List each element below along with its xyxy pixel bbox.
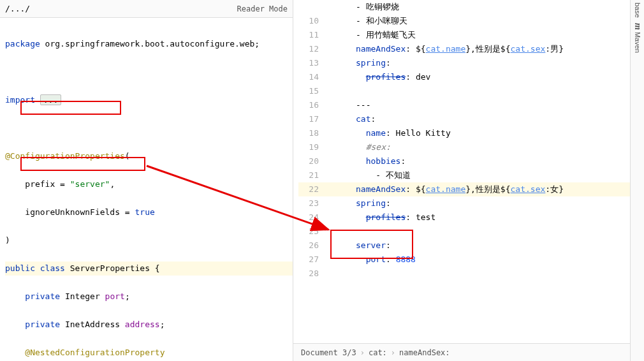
yaml-code-area[interactable]: - 吃铜锣烧10- 和小咪聊天11- 用竹蜻蜓飞天12nameAndSex: $… [293,0,630,286]
breadcrumb-separator: › [391,348,395,357]
yaml-line: 11- 用竹蜻蜓飞天 [298,28,630,42]
line-number: 15 [298,84,324,98]
line-number: 26 [298,239,324,253]
file-header: /.../ Reader Mode [0,0,293,18]
line-number: 11 [298,28,324,42]
line-number: 18 [298,126,324,140]
yaml-line: 12nameAndSex: ${cat.name},性别是${cat.sex:男… [298,42,630,56]
line-number: 27 [298,253,324,267]
yaml-line: 18 name: Hello Kitty [298,126,630,140]
right-editor-pane: - 吃铜锣烧10- 和小咪聊天11- 用竹蜻蜓飞天12nameAndSex: $… [293,0,644,361]
java-code-area[interactable]: package org.springframework.boot.autocon… [0,18,293,361]
line-number: 28 [298,267,324,281]
yaml-line: 28 [298,267,630,281]
prefix-value: "server" [70,179,110,189]
yaml-line: 21 - 不知道 [298,168,630,182]
yaml-line: 17cat: [298,112,630,126]
yaml-line: - 吃铜锣烧 [298,0,630,14]
yaml-line: 27 port: 8888 [298,253,630,267]
line-number: 21 [298,168,324,182]
yaml-line: 15 [298,84,630,98]
left-editor-pane: /.../ Reader Mode package org.springfram… [0,0,293,361]
breadcrumb-bar: Document 3/3 › cat: › nameAndSex: [293,343,644,361]
import-fold[interactable]: ... [40,94,61,105]
line-number: 20 [298,154,324,168]
yaml-line: 14 profiles: dev [298,70,630,84]
yaml-line: 13spring: [298,56,630,70]
line-number: 14 [298,70,324,84]
maven-icon: m [633,23,643,30]
kw-import: import [5,95,35,105]
line-number: 12 [298,42,324,56]
yaml-line: 23spring: [298,196,630,210]
yaml-line: 24 profiles: test [298,210,630,225]
line-number: 25 [298,225,324,239]
line-number: 16 [298,98,324,112]
yaml-line: 20 hobbies: [298,154,630,168]
field-port: port [105,291,125,301]
yaml-line: 22nameAndSex: ${cat.name},性别是${cat.sex:女… [298,182,630,196]
yaml-line: 26server: [298,239,630,253]
line-number: 23 [298,196,324,210]
line-number: 13 [298,56,324,70]
kw-package: package [5,39,40,48]
breadcrumb-cat[interactable]: cat: [369,348,387,357]
breadcrumb-nameandsex[interactable]: nameAndSex: [399,348,450,357]
tool-database[interactable]: base [634,3,641,18]
reader-mode-button[interactable]: Reader Mode [237,4,288,13]
line-number: 10 [298,14,324,28]
breadcrumb-separator: › [360,348,365,357]
line-number: 24 [298,210,324,225]
yaml-line: 19 #sex: [298,140,630,154]
doc-indicator[interactable]: Document 3/3 [301,348,356,357]
line-number: 22 [298,182,324,196]
yaml-line: 10- 和小咪聊天 [298,14,630,28]
file-path: /.../ [5,4,30,13]
line-number: 19 [298,140,324,154]
line-number: 17 [298,112,324,126]
yaml-line: 16--- [298,98,630,112]
anno-configprops: @ConfigurationProperties [5,151,125,161]
tool-maven[interactable]: m Maven [633,23,643,53]
yaml-line: 25 [298,225,630,239]
tool-strip: base m Maven [630,0,644,361]
